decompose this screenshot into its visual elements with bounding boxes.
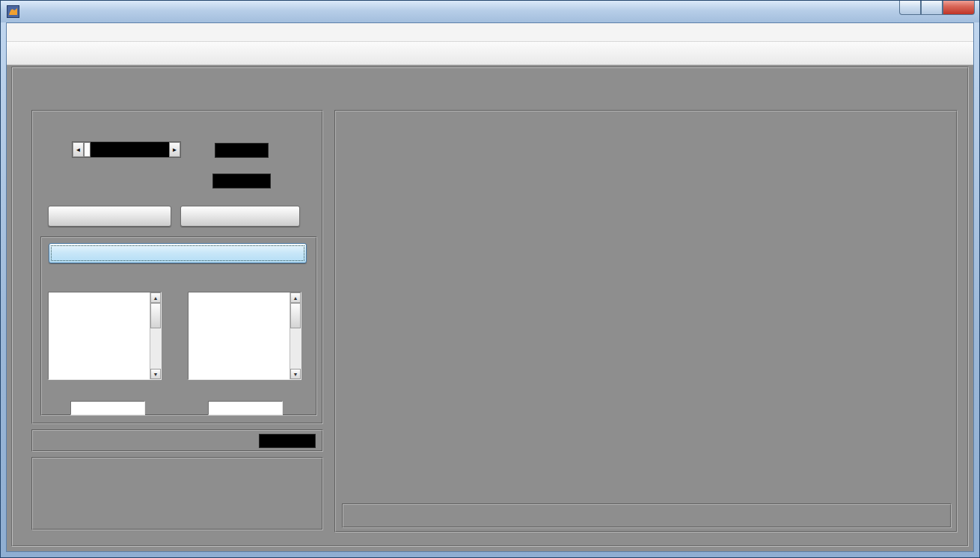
- permissible-error-slider[interactable]: ◄ ►: [72, 141, 181, 158]
- menu-geoelectric-section[interactable]: [23, 29, 37, 35]
- running-message-panel: [31, 457, 323, 530]
- figure-area: ◄ ►: [7, 65, 973, 551]
- permissible-error-value: [215, 143, 269, 158]
- minimize-button[interactable]: [899, 1, 921, 15]
- depth-listbox[interactable]: ▲ ▼: [188, 292, 301, 380]
- scroll-up-icon[interactable]: ▲: [150, 292, 161, 303]
- results-panel: ▲ ▼ ▲ ▼: [40, 236, 317, 416]
- toolbar: [7, 42, 973, 65]
- sounding-plot-top: [337, 117, 951, 319]
- scroll-thumb[interactable]: [150, 303, 161, 328]
- app-window: ◄ ►: [0, 0, 980, 558]
- scroll-up-icon[interactable]: ▲: [290, 292, 301, 303]
- plot-button-strip: [342, 503, 952, 528]
- data-imported-button[interactable]: [48, 206, 171, 227]
- sounding-plot-bottom: [337, 297, 951, 498]
- epochs-value: [212, 174, 271, 188]
- resistivity-listbox[interactable]: ▲ ▼: [48, 292, 162, 380]
- slider-left-arrow-icon[interactable]: ◄: [73, 142, 84, 157]
- app-icon-glyph: [7, 5, 19, 18]
- scroll-down-icon[interactable]: ▼: [290, 369, 301, 379]
- window-controls: [899, 1, 975, 15]
- scroll-thumb[interactable]: [290, 303, 301, 328]
- scroll-track[interactable]: [290, 303, 301, 369]
- slider-right-arrow-icon[interactable]: ►: [169, 142, 180, 157]
- menubar: [7, 23, 973, 42]
- resistivity-scrollbar[interactable]: ▲ ▼: [150, 292, 161, 379]
- menu-output-plots[interactable]: [10, 29, 23, 35]
- anfis-inverted-results-button[interactable]: [49, 243, 307, 263]
- depth-scrollbar[interactable]: ▲ ▼: [290, 292, 301, 379]
- edit-data-button[interactable]: [180, 206, 300, 227]
- slider-trough[interactable]: [84, 142, 169, 157]
- app-icon: [7, 5, 19, 18]
- error-value-field[interactable]: [70, 401, 145, 415]
- time-value-field[interactable]: [208, 401, 283, 415]
- layers-value: [259, 434, 316, 448]
- regressed-layers-panel: [31, 429, 323, 452]
- control-panel: ◄ ►: [31, 110, 323, 424]
- slider-thumb[interactable]: [84, 142, 91, 157]
- titlebar[interactable]: [1, 1, 979, 22]
- maximize-button[interactable]: [921, 1, 943, 15]
- close-button[interactable]: [943, 1, 975, 15]
- window-content: ◄ ►: [6, 22, 974, 552]
- plot-panel: [334, 110, 958, 533]
- scroll-track[interactable]: [150, 303, 161, 369]
- scroll-down-icon[interactable]: ▼: [150, 369, 161, 379]
